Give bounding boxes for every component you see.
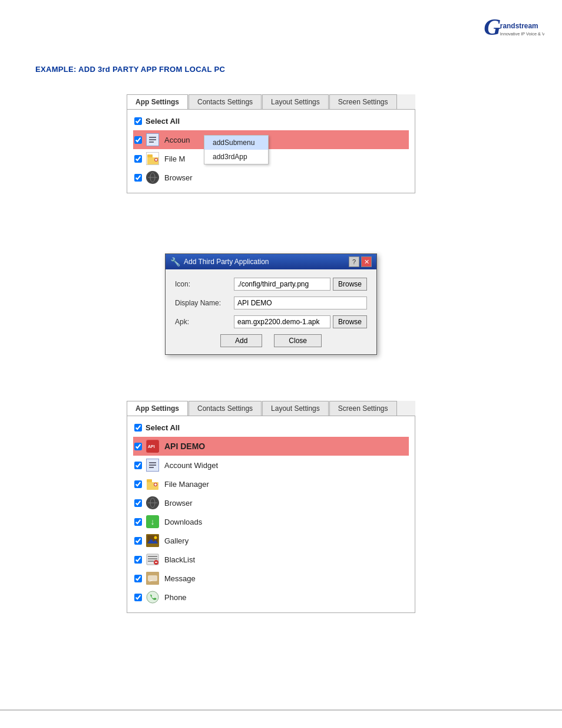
tab-layout-settings[interactable]: Layout Settings — [262, 94, 329, 109]
tab-bar-1: App Settings Contacts Settings Layout Se… — [127, 94, 415, 110]
app-row-browser-3[interactable]: Browser — [133, 493, 409, 512]
app-checkbox-account-widget[interactable] — [134, 462, 142, 469]
app-name-browser: Browser — [164, 173, 193, 182]
svg-rect-17 — [149, 465, 156, 466]
tab-app-settings[interactable]: App Settings — [127, 94, 188, 109]
app-name-downloads: Downloads — [164, 518, 202, 526]
tab3-layout-settings[interactable]: Layout Settings — [262, 401, 329, 416]
dialog-close-action-btn[interactable]: Close — [274, 334, 322, 347]
app-checkbox-gallery[interactable] — [134, 537, 142, 545]
app-icon-message — [146, 571, 160, 585]
blacklist-icon-shape — [146, 553, 159, 566]
app-icon-browser-3 — [146, 496, 160, 510]
account-icon-shape — [146, 133, 159, 146]
phone-icon-shape — [146, 591, 159, 604]
app-checkbox-browser-3[interactable] — [134, 499, 142, 507]
app-row-account[interactable]: Accoun addSubmenu add3rdApp — [133, 130, 409, 149]
app-icon-filemanager — [146, 151, 160, 166]
app-icon-phone — [146, 590, 160, 604]
dialog-titlebar: 🔧 Add Third Party Application ? ✕ — [166, 254, 376, 269]
app-checkbox-file-manager[interactable] — [134, 480, 142, 488]
file-manager-icon-shape — [146, 477, 159, 490]
app-row-account-widget[interactable]: Account Widget — [133, 456, 409, 475]
app-icon-account — [146, 133, 160, 147]
context-menu-item-add3rdapp[interactable]: add3rdApp — [204, 150, 268, 164]
tab-bar-3: App Settings Contacts Settings Layout Se… — [127, 401, 415, 416]
app-checkbox-blacklist[interactable] — [134, 556, 142, 564]
select-all-checkbox-3[interactable] — [134, 424, 142, 431]
app-row-filemanager[interactable]: File M — [133, 149, 409, 168]
dialog-add-btn[interactable]: Add — [220, 334, 262, 347]
app-checkbox-account[interactable] — [134, 136, 142, 144]
tab3-app-settings[interactable]: App Settings — [127, 401, 188, 416]
app-row-file-manager[interactable]: File Manager — [133, 475, 409, 493]
app-name-message: Message — [164, 574, 196, 583]
app-checkbox-browser[interactable] — [134, 174, 142, 182]
tab-screen-settings[interactable]: Screen Settings — [329, 94, 397, 109]
app-icon-downloads: ↓ — [146, 515, 160, 529]
app-row-message[interactable]: Message — [133, 569, 409, 588]
app-name-file-manager: File Manager — [164, 480, 209, 489]
app-checkbox-phone[interactable] — [134, 594, 142, 601]
svg-rect-3 — [149, 137, 156, 138]
app-icon-gallery — [146, 533, 160, 548]
panel-content-3: Select All API API DEMO — [127, 416, 415, 613]
dialog-apk-browse-btn[interactable]: Browse — [333, 315, 367, 328]
app-name-account: Accoun — [164, 136, 190, 144]
app-row-api-demo[interactable]: API API DEMO — [133, 437, 409, 456]
message-icon-shape — [146, 572, 159, 585]
dialog-footer: Add Close — [175, 334, 367, 347]
select-all-row: Select All — [133, 114, 409, 128]
app-row-phone[interactable]: Phone — [133, 588, 409, 607]
dialog-display-name-input[interactable] — [234, 297, 367, 309]
dialog-titlebar-left: 🔧 Add Third Party Application — [170, 257, 269, 266]
select-all-label-3: Select All — [146, 423, 180, 432]
tab-contacts-settings[interactable]: Contacts Settings — [189, 94, 262, 109]
dialog-container: 🔧 Add Third Party Application ? ✕ Icon: … — [165, 253, 377, 355]
select-all-checkbox[interactable] — [134, 117, 142, 125]
gallery-icon-shape — [146, 534, 159, 547]
app-row-downloads[interactable]: ↓ Downloads — [133, 512, 409, 531]
tab3-contacts-settings[interactable]: Contacts Settings — [189, 401, 262, 416]
svg-rect-16 — [149, 462, 156, 463]
svg-rect-5 — [149, 141, 154, 143]
svg-rect-18 — [149, 467, 154, 468]
context-menu-item-addsubmenu[interactable]: addSubmenu — [204, 136, 268, 150]
dialog-row-display-name: Display Name: — [175, 297, 367, 309]
panel-content-1: Select All Accoun addSubmenu add3rdApp — [127, 110, 415, 193]
filemanager-icon-shape — [146, 152, 159, 165]
dialog-apk-label: Apk: — [175, 318, 234, 326]
app-icon-blacklist — [146, 552, 160, 566]
svg-rect-33 — [148, 558, 157, 559]
app-name-account-widget: Account Widget — [164, 461, 218, 470]
svg-text:G: G — [484, 14, 501, 40]
app-name-api-demo: API DEMO — [164, 442, 205, 451]
svg-rect-34 — [148, 561, 154, 562]
app-checkbox-message[interactable] — [134, 575, 142, 582]
api-icon-shape: API — [146, 440, 159, 453]
dialog-help-btn[interactable]: ? — [349, 256, 359, 267]
dialog-titlebar-buttons: ? ✕ — [349, 256, 372, 267]
app-checkbox-downloads[interactable] — [134, 518, 142, 526]
svg-text:randstream: randstream — [500, 22, 538, 30]
svg-text:Innovative IP Voice & Video: Innovative IP Voice & Video — [500, 31, 544, 37]
dialog-icon-input[interactable] — [234, 278, 330, 291]
dialog-close-btn[interactable]: ✕ — [361, 256, 372, 267]
dialog-row-apk: Apk: Browse — [175, 315, 367, 328]
page-title: EXAMPLE: ADD 3rd PARTY APP FROM LOCAL PC — [35, 65, 225, 74]
dialog-title-icon: 🔧 — [170, 257, 180, 266]
app-row-gallery[interactable]: Gallery — [133, 531, 409, 550]
app-checkbox-api-demo[interactable] — [134, 443, 142, 450]
svg-rect-4 — [149, 139, 156, 140]
section1-panel: App Settings Contacts Settings Layout Se… — [127, 94, 415, 193]
dialog-icon-browse-btn[interactable]: Browse — [333, 278, 367, 291]
app-checkbox-filemanager[interactable] — [134, 155, 142, 163]
svg-text:API: API — [148, 444, 155, 449]
add-third-party-dialog: 🔧 Add Third Party Application ? ✕ Icon: … — [165, 253, 377, 355]
dialog-icon-label: Icon: — [175, 280, 234, 288]
dialog-apk-input[interactable] — [234, 315, 330, 328]
tab3-screen-settings[interactable]: Screen Settings — [329, 401, 397, 416]
svg-point-30 — [154, 536, 157, 539]
app-row-blacklist[interactable]: BlackList — [133, 550, 409, 569]
app-row-browser[interactable]: Browser — [133, 168, 409, 187]
